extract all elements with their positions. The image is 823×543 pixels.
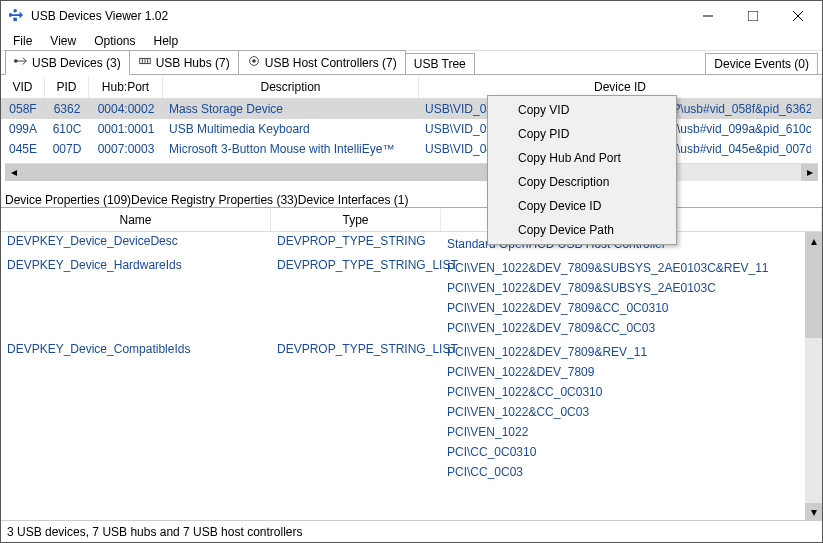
col-type[interactable]: Type (271, 209, 441, 231)
ctx-copy-hub-port[interactable]: Copy Hub And Port (490, 146, 674, 170)
cell: 0001:0001 (89, 120, 163, 138)
cell: 007D (45, 140, 89, 158)
cell: 0007:0003 (89, 140, 163, 158)
scroll-down-icon[interactable]: ▾ (805, 503, 822, 520)
table-row[interactable]: 058F63620004:0002Mass Storage DeviceUSB\… (1, 99, 822, 119)
tab-label: Device Properties (109) (5, 193, 131, 207)
table-row[interactable]: DEVPKEY_Device_CompatibleIdsDEVPROP_TYPE… (1, 340, 822, 484)
property-vscroll[interactable]: ▴ ▾ (805, 232, 822, 520)
ctx-copy-vid[interactable]: Copy VID (490, 98, 674, 122)
cell: 610C (45, 120, 89, 138)
property-table-header: Name Type Value (1, 208, 822, 232)
cell: DEVPKEY_Device_HardwareIds (1, 256, 271, 340)
upper-tab-row: USB Devices (3) USB Hubs (7) USB Host Co… (1, 51, 822, 75)
table-row[interactable]: 045E007D0007:0003Microsoft 3-Button Mous… (1, 139, 822, 159)
ctx-copy-device-path[interactable]: Copy Device Path (490, 218, 674, 242)
cell: \?\usb#vid_099a&pid_610c#5& (661, 120, 811, 138)
minimize-button[interactable] (685, 1, 730, 31)
svg-point-12 (252, 59, 256, 63)
scroll-track[interactable] (805, 249, 822, 503)
col-vid[interactable]: VID (1, 76, 45, 98)
cell: DEVPKEY_Device_CompatibleIds (1, 340, 271, 484)
usb-icon (14, 54, 28, 71)
col-description[interactable]: Description (163, 76, 419, 98)
col-hub[interactable]: Hub:Port (89, 76, 163, 98)
scroll-up-icon[interactable]: ▴ (805, 232, 822, 249)
cell: \?\usb#vid_045e&pid_007d#5 (661, 140, 811, 158)
context-menu: Copy VID Copy PID Copy Hub And Port Copy… (487, 95, 677, 245)
maximize-button[interactable] (730, 1, 775, 31)
cell: PCI\VEN_1022&DEV_7809&REV_11PCI\VEN_1022… (441, 340, 822, 484)
tab-device-registry-properties[interactable]: Device Registry Properties (33) (131, 193, 298, 207)
device-table: VID PID Hub:Port Description Device ID 0… (1, 75, 822, 184)
status-text: 3 USB devices, 7 USB hubs and 7 USB host… (7, 525, 302, 539)
tab-label: USB Hubs (7) (156, 56, 230, 70)
lower-tab-row: Device Properties (109) Device Registry … (1, 184, 822, 208)
status-bar: 3 USB devices, 7 USB hubs and 7 USB host… (1, 520, 822, 542)
window-title: USB Devices Viewer 1.02 (31, 9, 685, 23)
ctx-copy-pid[interactable]: Copy PID (490, 122, 674, 146)
cell: 099A (1, 120, 45, 138)
menu-help[interactable]: Help (146, 32, 187, 50)
scroll-right-icon[interactable]: ▸ (801, 164, 818, 181)
tab-usb-hubs[interactable]: USB Hubs (7) (129, 50, 239, 74)
svg-rect-1 (13, 18, 17, 22)
device-table-hscroll[interactable]: ◂ ▸ (5, 163, 818, 180)
tab-label: USB Host Controllers (7) (265, 56, 397, 70)
col-name[interactable]: Name (1, 209, 271, 231)
cell: 6362 (45, 100, 89, 118)
device-table-header: VID PID Hub:Port Description Device ID (1, 75, 822, 99)
tab-usb-tree[interactable]: USB Tree (405, 53, 475, 74)
close-button[interactable] (775, 1, 820, 31)
table-row[interactable]: DEVPKEY_Device_HardwareIdsDEVPROP_TYPE_S… (1, 256, 822, 340)
tab-label: Device Interfaces (1) (298, 193, 409, 207)
table-row[interactable]: DEVPKEY_Device_DeviceDescDEVPROP_TYPE_ST… (1, 232, 822, 256)
tab-device-interfaces[interactable]: Device Interfaces (1) (298, 193, 409, 207)
cell: 045E (1, 140, 45, 158)
cell: DEVPROP_TYPE_STRING (271, 232, 441, 256)
tab-usb-devices[interactable]: USB Devices (3) (5, 50, 130, 75)
tab-device-properties[interactable]: Device Properties (109) (5, 193, 131, 207)
property-panel: Name Type Value DEVPKEY_Device_DeviceDes… (1, 208, 822, 520)
cell: PCI\VEN_1022&DEV_7809&SUBSYS_2AE0103C&RE… (441, 256, 822, 340)
scroll-track[interactable] (22, 164, 801, 181)
tab-label: Device Registry Properties (33) (131, 193, 298, 207)
tab-device-events[interactable]: Device Events (0) (705, 53, 818, 74)
cell: 058F (1, 100, 45, 118)
cell: DEVPROP_TYPE_STRING_LIST (271, 340, 441, 484)
table-row[interactable]: 099A610C0001:0001USB Multimedia Keyboard… (1, 119, 822, 139)
tab-label: USB Devices (3) (32, 56, 121, 70)
col-pid[interactable]: PID (45, 76, 89, 98)
menu-view[interactable]: View (42, 32, 84, 50)
app-icon (9, 8, 25, 24)
titlebar: USB Devices Viewer 1.02 (1, 1, 822, 31)
tab-usb-host-controllers[interactable]: USB Host Controllers (7) (238, 50, 406, 74)
cell: DEVPKEY_Device_DeviceDesc (1, 232, 271, 256)
svg-point-6 (14, 59, 18, 63)
cell: Microsoft 3-Button Mouse with IntelliEye… (163, 140, 419, 158)
menu-file[interactable]: File (5, 32, 40, 50)
svg-point-0 (13, 9, 17, 13)
cell: USB Multimedia Keyboard (163, 120, 419, 138)
tab-label: Device Events (0) (714, 57, 809, 71)
scroll-left-icon[interactable]: ◂ (5, 164, 22, 181)
ctx-copy-device-id[interactable]: Copy Device ID (490, 194, 674, 218)
scroll-thumb[interactable] (805, 249, 822, 338)
cell: 0004:0002 (89, 100, 163, 118)
gear-icon (247, 54, 261, 71)
scroll-thumb[interactable] (22, 164, 489, 181)
ctx-copy-description[interactable]: Copy Description (490, 170, 674, 194)
hub-icon (138, 54, 152, 71)
cell: Mass Storage Device (163, 100, 419, 118)
svg-rect-3 (748, 11, 758, 21)
tab-label: USB Tree (414, 57, 466, 71)
menu-options[interactable]: Options (86, 32, 143, 50)
cell: \\?\usb#vid_058f&pid_6362#05 (661, 100, 811, 118)
cell: DEVPROP_TYPE_STRING_LIST (271, 256, 441, 340)
menubar: File View Options Help (1, 31, 822, 51)
